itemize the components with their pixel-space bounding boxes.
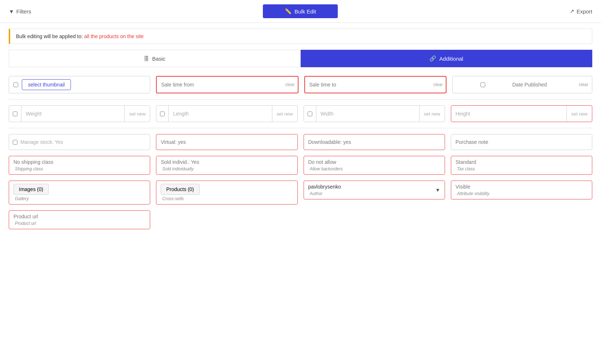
weight-label: Weight [21, 111, 124, 117]
link-icon: 🔗 [429, 55, 436, 62]
row-3: Manage stock: Yes [9, 134, 592, 150]
virtual-box [156, 134, 297, 150]
divider-2 [9, 128, 592, 128]
width-checkbox[interactable] [308, 112, 312, 116]
manage-stock-box: Manage stock: Yes [9, 134, 150, 150]
tax-class-label: Tax class [456, 166, 588, 171]
filter-icon: ▼ [9, 8, 14, 15]
images-button-label: Images (0) [19, 186, 43, 192]
sale-time-from-input[interactable] [161, 82, 293, 88]
notice-highlight: all the products on the site [84, 33, 144, 39]
shipping-class-input[interactable] [13, 159, 145, 165]
product-url-box: Product url [9, 210, 150, 229]
allow-backorders-label: Allow backorders [308, 166, 440, 171]
author-label: Author [308, 191, 435, 196]
visible-input[interactable] [456, 184, 588, 190]
shipping-class-cell: Shipping class [9, 156, 150, 175]
manage-stock-label: Manage stock: Yes [20, 139, 63, 145]
height-cell: Height set new [451, 105, 592, 122]
length-checkbox[interactable] [160, 112, 165, 116]
weight-set-new[interactable]: set new [124, 106, 150, 122]
notice-bar: Bulk editing will be applied to: all the… [9, 29, 592, 44]
tab-basic-label: Basic [152, 56, 165, 62]
height-set-new[interactable]: set new [566, 106, 592, 122]
sale-time-to-box: clear [304, 76, 446, 93]
length-box: Length set new [156, 105, 297, 122]
author-box: pavlobrysenko Author ▼ [304, 181, 445, 199]
sale-to-clear[interactable]: clear [433, 82, 443, 87]
thumbnail-checkbox[interactable] [13, 82, 18, 87]
attribute-visibility-cell: Attribute visibility [451, 181, 592, 205]
length-cb [156, 106, 169, 122]
attribute-visibility-label: Attribute visibility [456, 191, 588, 196]
width-set-new[interactable]: set new [419, 106, 445, 122]
virtual-cell [156, 134, 297, 150]
allow-backorders-input[interactable] [308, 159, 440, 165]
length-cell: Length set new [156, 105, 297, 122]
author-dropdown-icon[interactable]: ▼ [435, 187, 440, 193]
sale-from-clear[interactable]: clear [285, 82, 295, 87]
cross-sells-box: Products (0) Cross-sells [156, 181, 297, 205]
shipping-class-label: Shipping class [13, 166, 145, 171]
author-value: pavlobrysenko [308, 184, 435, 190]
virtual-input[interactable] [161, 139, 293, 145]
products-button[interactable]: Products (0) [161, 184, 199, 195]
sold-individually-cell: Sold individually [156, 156, 297, 175]
export-button[interactable]: ↗ Export [570, 8, 592, 15]
main-content: select thumbnail clear clear clear [0, 67, 601, 244]
downloadable-input[interactable] [308, 139, 440, 145]
sale-time-from-box: clear [156, 76, 298, 93]
tax-class-box: Tax class [451, 156, 592, 175]
height-label: Height [451, 111, 566, 117]
select-thumbnail-button[interactable]: select thumbnail [22, 79, 71, 90]
cross-sells-label: Cross-sells [161, 196, 293, 201]
tab-additional-label: Additional [439, 56, 463, 62]
gallery-cell: Images (0) Gallery [9, 181, 150, 205]
tab-basic[interactable]: 🗄 Basic [9, 50, 301, 67]
filters-button[interactable]: ▼ Filters [9, 8, 31, 15]
manage-stock-checkbox[interactable] [13, 140, 17, 145]
downloadable-cell [304, 134, 445, 150]
date-published-checkbox[interactable] [456, 82, 509, 87]
thumbnail-cell: select thumbnail [9, 76, 150, 93]
height-box: Height set new [451, 105, 592, 122]
weight-checkbox[interactable] [13, 112, 17, 116]
filters-label: Filters [16, 8, 31, 15]
date-published-cell: clear [452, 76, 592, 93]
pencil-icon: ✏️ [285, 8, 292, 15]
weight-cell: Weight set new [9, 105, 150, 122]
bulk-edit-label: Bulk Edit [295, 8, 316, 15]
attribute-visibility-box: Attribute visibility [451, 181, 592, 199]
row-6: Product url [9, 210, 592, 229]
gallery-label: Gallery [13, 196, 145, 201]
weight-box: Weight set new [9, 105, 150, 122]
cross-sells-cell: Products (0) Cross-sells [156, 181, 297, 205]
allow-backorders-cell: Allow backorders [304, 156, 445, 175]
row-4: Shipping class Sold individually Allow b… [9, 156, 592, 175]
thumbnail-button-label: select thumbnail [28, 82, 65, 88]
tax-class-input[interactable] [456, 159, 588, 165]
product-url-label: Product url [13, 221, 145, 226]
row-2: Weight set new Length set new [9, 105, 592, 122]
length-set-new[interactable]: set new [272, 106, 297, 122]
sold-individually-label: Sold individually [161, 166, 293, 171]
length-label: Length [169, 111, 272, 117]
sale-time-to-input[interactable] [309, 82, 441, 88]
product-url-input[interactable] [13, 214, 145, 219]
row-1: select thumbnail clear clear clear [9, 76, 592, 93]
bulk-edit-button[interactable]: ✏️ Bulk Edit [263, 4, 338, 18]
downloadable-box [304, 134, 445, 150]
tab-additional[interactable]: 🔗 Additional [301, 50, 593, 67]
export-icon: ↗ [570, 8, 574, 15]
tab-bar: 🗄 Basic 🔗 Additional [9, 50, 592, 67]
width-cb [304, 106, 316, 122]
date-published-input[interactable] [512, 82, 576, 88]
sold-individually-input[interactable] [161, 159, 293, 165]
purchase-note-box [451, 134, 592, 150]
export-label: Export [577, 8, 592, 15]
manage-stock-cell: Manage stock: Yes [9, 134, 150, 150]
author-cell: pavlobrysenko Author ▼ [304, 181, 445, 205]
date-published-clear[interactable]: clear [579, 82, 588, 87]
purchase-note-input[interactable] [456, 139, 588, 145]
images-button[interactable]: Images (0) [13, 184, 49, 195]
